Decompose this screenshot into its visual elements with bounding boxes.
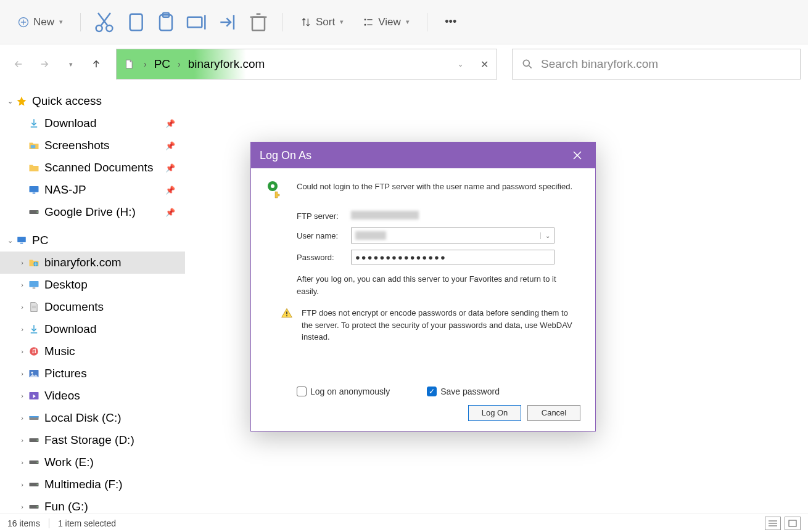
chevron-down-icon[interactable]: ⌄ <box>540 232 554 239</box>
cancel-button[interactable]: Cancel <box>527 405 580 421</box>
svg-rect-7 <box>130 14 142 30</box>
view-button[interactable]: View ▾ <box>356 12 416 32</box>
username-combo[interactable]: ⌄ <box>351 227 554 243</box>
address-close[interactable]: ✕ <box>472 49 497 79</box>
chevron-down-icon[interactable]: ⌄ <box>5 237 15 245</box>
chevron-right-icon[interactable]: › <box>17 459 27 466</box>
sidebar-item[interactable]: ›Videos <box>0 385 185 407</box>
svg-point-19 <box>523 60 529 66</box>
sidebar-item[interactable]: ›Local Disk (C:) <box>0 407 185 429</box>
cut-icon[interactable] <box>92 10 117 35</box>
svg-rect-10 <box>188 17 202 27</box>
save-password-checkbox[interactable]: ✓ Save password <box>427 387 500 396</box>
sidebar-item[interactable]: ›Work (E:) <box>0 451 185 473</box>
search-box[interactable] <box>512 49 801 80</box>
sidebar-item[interactable]: Screenshots📌 <box>0 134 185 157</box>
sidebar-item[interactable]: ›binaryfork.com <box>0 252 185 274</box>
logon-dialog: Log On As Could not login to the FTP ser… <box>250 142 596 432</box>
separator <box>282 13 282 31</box>
pin-icon[interactable]: 📌 <box>165 163 175 173</box>
sidebar-item-label: Work (E:) <box>44 456 94 469</box>
address-dropdown[interactable]: ⌄ <box>447 49 472 79</box>
chevron-right-icon[interactable]: › <box>141 59 149 69</box>
chevron-right-icon[interactable]: › <box>17 281 27 289</box>
pin-icon[interactable]: 📌 <box>165 119 175 128</box>
close-button[interactable] <box>568 146 587 165</box>
sidebar-item[interactable]: ›Download <box>0 318 185 340</box>
chevron-right-icon[interactable]: › <box>17 503 27 510</box>
sidebar-item[interactable]: ›Multimedia (F:) <box>0 473 185 496</box>
sidebar-item-label: Local Disk (C:) <box>44 411 122 425</box>
rename-icon[interactable] <box>184 10 209 35</box>
address-bar[interactable]: › PC › binaryfork.com ⌄ ✕ <box>116 49 497 80</box>
username-label: User name: <box>297 231 351 240</box>
more-icon[interactable]: ••• <box>439 10 463 35</box>
icons-view-button[interactable] <box>785 517 801 530</box>
anon-checkbox[interactable]: Log on anonymously <box>297 387 390 396</box>
chevron-right-icon[interactable]: › <box>17 348 27 355</box>
sort-button[interactable]: Sort ▾ <box>294 12 350 32</box>
delete-icon[interactable] <box>246 10 271 35</box>
recent-dropdown[interactable]: ▾ <box>59 53 81 75</box>
sidebar-pc[interactable]: ⌄ PC <box>0 229 185 252</box>
chevron-down-icon[interactable]: ⌄ <box>5 97 15 105</box>
svg-rect-22 <box>30 186 39 192</box>
ftp-server-label: FTP server: <box>297 211 351 221</box>
chevron-right-icon[interactable]: › <box>17 392 27 399</box>
svg-rect-30 <box>33 288 36 289</box>
svg-point-4 <box>106 25 112 31</box>
logon-button[interactable]: Log On <box>468 405 521 421</box>
sidebar-item[interactable]: ›Desktop <box>0 274 185 296</box>
sidebar-item[interactable]: ›Pictures <box>0 362 185 385</box>
separator <box>427 13 427 31</box>
sidebar-item-label: Screenshots <box>44 139 110 152</box>
paste-icon[interactable] <box>154 10 178 35</box>
pin-icon[interactable]: 📌 <box>165 186 175 195</box>
svg-point-48 <box>37 506 38 507</box>
sidebar-item[interactable]: Scanned Documents📌 <box>0 157 185 179</box>
sidebar-item[interactable]: ›Documents <box>0 296 185 318</box>
svg-rect-26 <box>17 237 26 242</box>
videos-icon <box>27 391 41 401</box>
chevron-right-icon[interactable]: › <box>17 325 27 333</box>
copy-icon[interactable] <box>123 10 147 35</box>
chevron-right-icon[interactable]: › <box>17 370 27 377</box>
status-bar: 16 items 1 item selected <box>0 514 808 532</box>
folder-icon <box>27 163 41 173</box>
crumb-pc[interactable]: PC <box>149 57 175 71</box>
svg-rect-27 <box>20 243 23 244</box>
new-button[interactable]: New ▾ <box>11 12 69 32</box>
download-icon <box>27 118 41 129</box>
dialog-note: After you log on, you can add this serve… <box>297 273 580 297</box>
svg-rect-40 <box>30 416 39 417</box>
chevron-right-icon[interactable]: › <box>17 436 27 444</box>
chevron-right-icon[interactable]: › <box>17 259 27 266</box>
sidebar-item[interactable]: Download📌 <box>0 112 185 134</box>
separator <box>80 13 81 31</box>
sidebar-item[interactable]: Google Drive (H:)📌 <box>0 201 185 223</box>
chevron-right-icon[interactable]: › <box>175 59 183 69</box>
pin-icon[interactable]: 📌 <box>165 208 175 217</box>
chevron-down-icon: ▾ <box>59 18 63 26</box>
sidebar-item[interactable]: ›Fast Storage (D:) <box>0 429 185 451</box>
details-view-button[interactable] <box>765 517 781 530</box>
sidebar-item[interactable]: ›Music <box>0 340 185 362</box>
pin-icon[interactable]: 📌 <box>165 141 175 150</box>
sidebar-item[interactable]: ›Fun (G:) <box>0 496 185 514</box>
sidebar-item-label: Multimedia (F:) <box>44 478 123 491</box>
password-field[interactable]: ●●●●●●●●●●●●●●● <box>351 250 554 264</box>
share-icon[interactable] <box>215 10 240 35</box>
crumb-loc[interactable]: binaryfork.com <box>183 57 270 71</box>
sidebar-item-label: Music <box>44 345 75 358</box>
search-input[interactable] <box>541 57 791 71</box>
forward-button[interactable] <box>33 53 56 75</box>
chevron-right-icon[interactable]: › <box>17 303 27 311</box>
chevron-right-icon[interactable]: › <box>17 481 27 488</box>
up-button[interactable] <box>85 53 107 75</box>
globe-icon <box>27 257 41 268</box>
sidebar-quick-access[interactable]: ⌄ Quick access <box>0 90 185 112</box>
save-password-label: Save password <box>440 387 500 396</box>
back-button[interactable] <box>7 53 30 75</box>
sidebar-item[interactable]: NAS-JP📌 <box>0 179 185 201</box>
chevron-right-icon[interactable]: › <box>17 414 27 422</box>
